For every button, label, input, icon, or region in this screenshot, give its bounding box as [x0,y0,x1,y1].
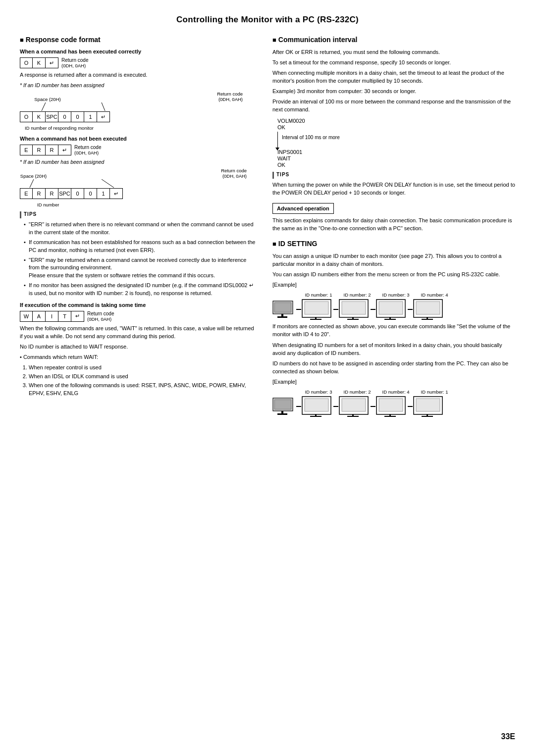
tips-item-2: If communication has not been establishe… [24,239,258,254]
tips-item-1: "ERR" is returned when there is no relev… [24,221,258,236]
chain-row-1 [272,299,515,320]
id-assigned-note: * If an ID number has been assigned [20,82,258,89]
space-label2: Space (20H) [20,173,47,179]
svg-rect-21 [416,302,440,314]
wait-line: WAIT [277,155,515,161]
tips-label: TIPS [24,211,37,217]
id-assigned-note2: * If an ID number has been assigned [20,158,258,166]
cell-t: T [58,311,71,322]
tips-section: TIPS [20,211,258,218]
id-label-1-4: ID number: 4 [415,292,454,298]
svg-line-1 [102,102,105,111]
comm-text5: Provide an interval of 100 ms or more be… [272,98,515,114]
response-section-title: Response code format [20,36,258,44]
comm-text2: To set a timeout for the command respons… [272,59,515,67]
right-tips-bar-decoration [272,172,274,179]
svg-rect-37 [379,399,403,411]
commands-wait-label: • Commands which return WAIT: [20,353,258,361]
id-setting-title: ID SETTING [272,240,515,248]
svg-rect-27 [277,413,287,415]
wait-return-code-label: Return code (0DH, 0AH) [87,311,114,322]
svg-rect-23 [422,319,433,320]
id-label-1-2: ID number: 2 [338,292,376,298]
chain-row-2 [272,396,515,417]
svg-rect-9 [305,302,328,314]
tips-list: "ERR" is returned when there is no relev… [24,221,258,297]
not-executed-title: When a command has not been executed [20,136,258,142]
chain-text1: If monitors are connected as shown above… [272,323,515,339]
cell-spc2: SPC [58,188,71,199]
cell-0a: 0 [58,111,71,122]
svg-rect-15 [347,319,359,320]
comm-interval-title: Communication interval [272,36,515,44]
tips-item-4: If no monitor has been assigned the desi… [24,282,258,297]
id-text3: When designating ID numbers for a set of… [272,342,515,357]
svg-line-0 [42,102,46,111]
id-number-note2: ID number [37,202,258,207]
space-label: Space (20H) [33,97,62,102]
cell-k: K [33,57,46,68]
id-label-2-1: ID number: 3 [299,389,338,395]
page-title: Controlling the Monitor with a PC (RS-23… [20,15,515,25]
wait-command-1: When repeater control is used [29,364,258,371]
svg-rect-31 [310,416,321,417]
page-number: 33 [501,732,510,741]
interval-label: Interval of 100 ms or more [282,135,340,140]
id-setting-section: ID SETTING You can assign a unique ID nu… [272,240,515,416]
cell-0b: 0 [71,111,84,122]
err-return-code-label: Return code (0DH, 0AH) [74,145,101,155]
cell-r4: R [46,188,58,199]
return-code-label: Return code (0DH, 0AH) [61,57,88,68]
id-diagram-1: ID number: 1 ID number: 2 ID number: 3 I… [272,292,515,320]
svg-rect-35 [347,416,359,417]
cell-w: W [20,311,33,322]
cell-spc: SPC [46,111,58,122]
cell-r1: R [33,145,46,155]
err-code-box: E R R ↵ Return code (0DH, 0AH) [20,145,258,155]
id-label-2-3: ID number: 4 [376,389,415,395]
id-label-1-1: ID number: 1 [299,292,338,298]
cell-o: O [20,57,33,68]
cell-e: E [20,145,33,155]
wait-command-3: When one of the following commands is us… [29,382,258,397]
inps-line: INPS0001 [277,149,515,155]
cell-k2: K [33,111,46,122]
comm-text4: Example) 3rd monitor from computer: 30 s… [272,88,515,96]
svg-rect-43 [422,416,433,417]
correct-note: A response is returned after a command i… [20,71,258,79]
wait-note: When the following commands are used, "W… [20,325,258,341]
comm-diagram: VOLM0020 OK Interval of 100 ms or more I… [277,118,515,168]
svg-rect-13 [342,302,366,314]
tips-bar-decoration [20,211,21,218]
id-label-2-4: ID number: 1 [415,389,454,395]
ok-line1: OK [277,124,515,130]
svg-rect-19 [384,319,396,320]
id-text2: You can assign ID numbers either from th… [272,271,515,279]
correct-subsection-title: When a command has been executed correct… [20,49,258,54]
id-diagram-2: ID number: 3 ID number: 2 ID number: 4 I… [272,389,515,417]
page-suffix: E [510,732,515,741]
wait-command-2: When an IDSL or IDLK command is used [29,373,258,380]
example-label2: [Example] [272,378,515,386]
return-code-label2: Return code(0DH, 0AH) [217,91,243,102]
cell-enter2: ↵ [97,111,110,122]
svg-rect-7 [277,316,287,318]
cell-i: I [46,311,58,322]
comm-text1: After OK or ERR is returned, you must se… [272,49,515,56]
left-column: Response code format When a command has … [20,36,258,420]
ok-line2: OK [277,162,515,168]
execution-title: If execution of the command is taking so… [20,302,258,308]
cell-1: 1 [84,111,97,122]
cell-0c: 0 [71,188,84,199]
right-tips-label: TIPS [276,172,289,177]
wait-code-box: W A I T ↵ Return code (0DH, 0AH) [20,311,258,322]
id-label-2-2: ID number: 2 [338,389,376,395]
advanced-operation-label: Advanced operation [277,205,329,211]
cell-r3: R [33,188,46,199]
svg-rect-26 [281,411,283,413]
svg-rect-33 [342,399,366,411]
advanced-text: This section explains commands for daisy… [272,217,515,233]
svg-line-2 [30,179,34,188]
cell-a: A [33,311,46,322]
svg-rect-29 [305,399,328,411]
